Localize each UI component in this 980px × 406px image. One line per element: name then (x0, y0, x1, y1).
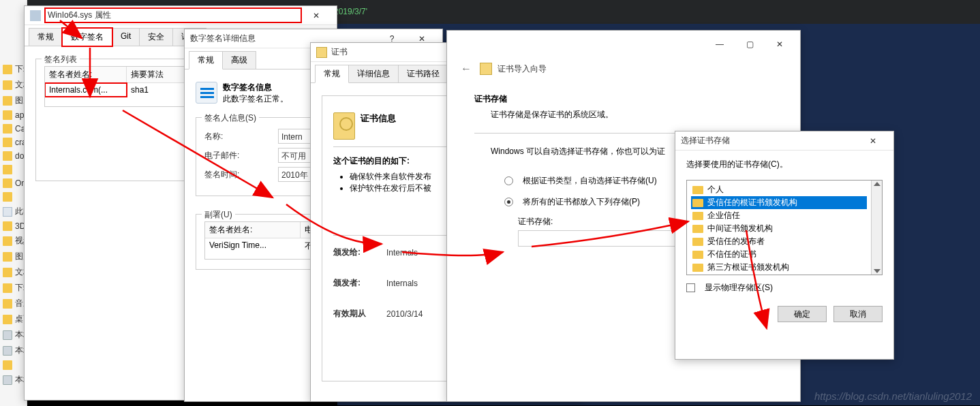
ok-button[interactable]: 确定 (778, 306, 827, 322)
explorer-item[interactable]: 本地 (0, 343, 27, 358)
explorer-sidebar: 下载文档图片apiCacradocOneD此电3D视频图片文档下载音乐桌面本地本… (0, 0, 27, 406)
close-icon[interactable]: ✕ (858, 131, 888, 151)
radio-icon (504, 198, 513, 206)
explorer-item[interactable] (0, 358, 27, 372)
explorer-item[interactable]: 文档 (0, 264, 27, 280)
explorer-item[interactable]: 音乐 (0, 296, 27, 311)
explorer-item[interactable]: 此电 (0, 204, 27, 219)
tree-item[interactable]: 不信任的证书 (691, 248, 867, 261)
tree-item[interactable]: 中间证书颁发机构 (691, 222, 867, 235)
explorer-item[interactable]: 下载 (0, 61, 27, 77)
cert-icon (480, 63, 492, 75)
cs-name: VeriSign Time... (205, 238, 301, 254)
group-label: 签名列表 (42, 54, 80, 65)
close-icon[interactable]: ✕ (765, 35, 795, 54)
certificate-ribbon-icon (333, 112, 355, 140)
maximize-icon[interactable]: ▢ (735, 35, 765, 54)
tree-item-label: 不信任的证书 (707, 249, 756, 260)
back-icon[interactable]: ← (458, 61, 474, 77)
folder-icon (3, 360, 12, 370)
explorer-item[interactable]: api (0, 108, 27, 122)
tree-item[interactable]: 受信任的根证书颁发机构 (691, 196, 867, 209)
tree-item[interactable]: 第三方根证书颁发机构 (691, 261, 867, 274)
radio-label: 将所有的证书都放入下列存储(P) (523, 196, 640, 208)
folder-icon (3, 165, 12, 174)
issued-by-label: 颁发者: (333, 277, 381, 289)
cert-store-tree[interactable]: 个人受信任的根证书颁发机构企业信任中间证书颁发机构受信任的发布者不信任的证书第三… (686, 180, 883, 275)
titlebar[interactable]: — ▢ ✕ (447, 31, 800, 58)
tab-0[interactable]: 常规 (315, 65, 349, 83)
folder-icon (3, 124, 12, 134)
tab-0[interactable]: 常规 (189, 51, 223, 69)
explorer-item[interactable]: Ca (0, 122, 27, 136)
name-label: 名称: (204, 131, 273, 142)
email-label: 电子邮件: (204, 150, 273, 161)
tab-1[interactable]: 数字签名 (62, 28, 112, 46)
folder-icon (3, 138, 12, 147)
folder-icon (692, 212, 703, 220)
tree-item[interactable]: 受信任的发布者 (691, 235, 867, 248)
folder-icon (692, 264, 703, 272)
wizard-desc: 证书存储是保存证书的系统区域。 (491, 109, 773, 121)
group-label: 副署(U) (202, 209, 235, 221)
minimize-icon[interactable]: — (705, 35, 735, 54)
signtime-label: 签名时间: (204, 169, 273, 181)
tab-0[interactable]: 常规 (29, 28, 63, 46)
explorer-item[interactable] (0, 190, 27, 204)
close-icon[interactable]: ✕ (301, 6, 331, 25)
explorer-item[interactable]: 桌面 (0, 311, 27, 327)
folder-icon (3, 80, 12, 90)
explorer-item[interactable]: 图片 (0, 249, 27, 264)
explorer-item[interactable]: 本地 (0, 327, 27, 343)
explorer-item[interactable]: doc (0, 149, 27, 163)
explorer-item[interactable]: 本地 (0, 372, 27, 388)
explorer-item[interactable]: cra (0, 136, 27, 149)
folder-icon (3, 330, 12, 340)
folder-icon (3, 283, 12, 293)
folder-icon (3, 346, 12, 356)
tab-1[interactable]: 详细信息 (348, 65, 399, 82)
store-field (518, 230, 695, 247)
tree-item-label: 企业信任 (707, 210, 740, 221)
wizard-title: 证书导入向导 (497, 63, 547, 75)
window-title: 选择证书存储 (681, 135, 858, 146)
folder-icon (692, 251, 703, 259)
tree-item-label: 中间证书颁发机构 (707, 223, 773, 234)
tree-item-label: 第三方根证书颁发机构 (707, 262, 789, 273)
titlebar[interactable]: 选择证书存储 ✕ (675, 131, 893, 151)
col-signer-name[interactable]: 签名者姓名: (205, 222, 301, 238)
signer-name-cell: Internals.com(... (45, 83, 127, 97)
tree-item-label: 个人 (707, 184, 724, 196)
tree-item[interactable]: 个人 (691, 183, 867, 196)
explorer-item[interactable]: OneD (0, 176, 27, 190)
explorer-item[interactable]: 3D (0, 219, 27, 233)
store-prompt: 选择要使用的证书存储(C)。 (686, 159, 883, 170)
tab-2[interactable]: Git (112, 28, 140, 46)
valid-period-label: 有效期从 (333, 308, 381, 319)
explorer-item[interactable]: 下载 (0, 280, 27, 296)
show-physical-checkbox[interactable]: 显示物理存储区(S) (686, 282, 883, 294)
folder-icon (3, 375, 12, 385)
tab-3[interactable]: 安全 (139, 28, 173, 46)
tree-item[interactable]: 企业信任 (691, 209, 867, 222)
explorer-item[interactable]: 文档 (0, 77, 27, 93)
signature-icon (196, 82, 217, 104)
col-signer-name[interactable]: 签名者姓名: (45, 67, 127, 82)
folder-icon (3, 252, 12, 262)
explorer-item[interactable] (0, 163, 27, 176)
tab-1[interactable]: 高级 (222, 51, 256, 69)
folder-icon (3, 236, 12, 246)
tab-2[interactable]: 证书路径 (398, 65, 448, 82)
folder-icon (692, 199, 703, 207)
folder-icon (3, 207, 12, 217)
group-label: 签名人信息(S) (202, 112, 259, 124)
folder-icon (3, 110, 12, 120)
folder-icon (692, 225, 703, 233)
explorer-item[interactable]: 图片 (0, 93, 27, 108)
watermark: https://blog.csdn.net/tianluling2012 (814, 390, 972, 402)
radio-label: 根据证书类型，自动选择证书存储(U) (523, 175, 657, 187)
titlebar[interactable]: WinIo64.sys 属性 ✕ (25, 6, 337, 25)
cancel-button[interactable]: 取消 (833, 306, 883, 322)
scrollbar[interactable] (871, 181, 882, 275)
explorer-item[interactable]: 视频 (0, 233, 27, 249)
